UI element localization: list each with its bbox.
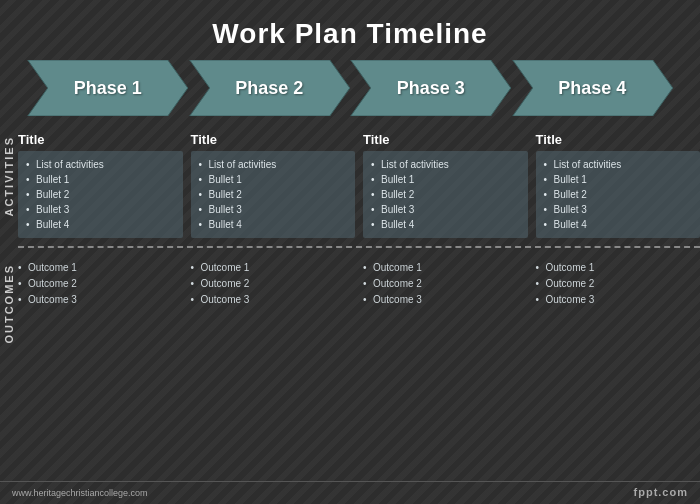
- activity-box-2: List of activities Bullet 1 Bullet 2 Bul…: [191, 151, 356, 238]
- list-item: List of activities: [199, 157, 348, 172]
- activity-box-4: List of activities Bullet 1 Bullet 2 Bul…: [536, 151, 701, 238]
- phases-row: Phase 1 Phase 2 Phase 3 Phase 4: [0, 60, 700, 116]
- activities-col-1: Title List of activities Bullet 1 Bullet…: [18, 132, 183, 238]
- list-item: Outcome 2: [18, 276, 183, 292]
- list-item: Outcome 2: [191, 276, 356, 292]
- activities-section: Activities Title List of activities Bull…: [0, 128, 700, 238]
- phase-2-label: Phase 2: [235, 78, 303, 99]
- outcomes-label: Outcomes: [0, 260, 18, 348]
- list-item: Bullet 2: [199, 187, 348, 202]
- footer: www.heritagechristiancollege.com fppt.co…: [0, 481, 700, 504]
- activity-box-3: List of activities Bullet 1 Bullet 2 Bul…: [363, 151, 528, 238]
- outcome-list-3: Outcome 1 Outcome 2 Outcome 3: [363, 260, 528, 308]
- phase-3-arrow[interactable]: Phase 3: [343, 60, 519, 116]
- list-item: Bullet 4: [199, 217, 348, 232]
- footer-url: www.heritagechristiancollege.com: [12, 488, 148, 498]
- list-item: Outcome 2: [363, 276, 528, 292]
- list-item: Outcome 3: [191, 292, 356, 308]
- outcome-list-1: Outcome 1 Outcome 2 Outcome 3: [18, 260, 183, 308]
- list-item: Bullet 4: [371, 217, 520, 232]
- list-item: Bullet 4: [26, 217, 175, 232]
- list-item: Bullet 1: [199, 172, 348, 187]
- list-item: Bullet 4: [544, 217, 693, 232]
- activities-label: Activities: [0, 132, 18, 221]
- outcome-list-2: Outcome 1 Outcome 2 Outcome 3: [191, 260, 356, 308]
- outcome-col-3: Outcome 1 Outcome 2 Outcome 3: [363, 260, 528, 308]
- footer-brand: fppt.com: [634, 486, 688, 498]
- list-item: Outcome 3: [536, 292, 701, 308]
- list-item: Outcome 3: [18, 292, 183, 308]
- dashed-divider: [18, 246, 700, 248]
- list-item: List of activities: [371, 157, 520, 172]
- title-area: Work Plan Timeline: [0, 0, 700, 60]
- col-1-title: Title: [18, 132, 183, 147]
- activities-col-2: Title List of activities Bullet 1 Bullet…: [191, 132, 356, 238]
- phase-4-label: Phase 4: [558, 78, 626, 99]
- activities-col-4: Title List of activities Bullet 1 Bullet…: [536, 132, 701, 238]
- list-item: Bullet 1: [371, 172, 520, 187]
- activity-list-1: List of activities Bullet 1 Bullet 2 Bul…: [26, 157, 175, 232]
- list-item: List of activities: [26, 157, 175, 172]
- phase-1-label: Phase 1: [74, 78, 142, 99]
- activities-columns: Title List of activities Bullet 1 Bullet…: [18, 132, 700, 238]
- list-item: Outcome 1: [18, 260, 183, 276]
- list-item: Outcome 3: [363, 292, 528, 308]
- phase-2-arrow[interactable]: Phase 2: [182, 60, 358, 116]
- col-2-title: Title: [191, 132, 356, 147]
- list-item: Outcome 2: [536, 276, 701, 292]
- list-item: Outcome 1: [536, 260, 701, 276]
- outcome-columns: Outcome 1 Outcome 2 Outcome 3 Outcome 1 …: [18, 260, 700, 308]
- activities-col-3: Title List of activities Bullet 1 Bullet…: [363, 132, 528, 238]
- col-3-title: Title: [363, 132, 528, 147]
- main-title: Work Plan Timeline: [0, 18, 700, 50]
- phase-3-label: Phase 3: [397, 78, 465, 99]
- list-item: Bullet 1: [544, 172, 693, 187]
- activity-list-2: List of activities Bullet 1 Bullet 2 Bul…: [199, 157, 348, 232]
- list-item: Bullet 2: [26, 187, 175, 202]
- list-item: Outcome 1: [363, 260, 528, 276]
- list-item: Bullet 3: [26, 202, 175, 217]
- activity-list-4: List of activities Bullet 1 Bullet 2 Bul…: [544, 157, 693, 232]
- list-item: List of activities: [544, 157, 693, 172]
- list-item: Bullet 2: [371, 187, 520, 202]
- outcomes-section: Outcomes Outcome 1 Outcome 2 Outcome 3 O…: [0, 260, 700, 348]
- col-4-title: Title: [536, 132, 701, 147]
- activity-box-1: List of activities Bullet 1 Bullet 2 Bul…: [18, 151, 183, 238]
- list-item: Bullet 2: [544, 187, 693, 202]
- list-item: Outcome 1: [191, 260, 356, 276]
- activity-list-3: List of activities Bullet 1 Bullet 2 Bul…: [371, 157, 520, 232]
- list-item: Bullet 3: [371, 202, 520, 217]
- phase-4-arrow[interactable]: Phase 4: [505, 60, 681, 116]
- outcome-col-2: Outcome 1 Outcome 2 Outcome 3: [191, 260, 356, 308]
- list-item: Bullet 3: [544, 202, 693, 217]
- list-item: Bullet 3: [199, 202, 348, 217]
- phase-1-arrow[interactable]: Phase 1: [20, 60, 196, 116]
- outcome-col-1: Outcome 1 Outcome 2 Outcome 3: [18, 260, 183, 308]
- outcome-col-4: Outcome 1 Outcome 2 Outcome 3: [536, 260, 701, 308]
- list-item: Bullet 1: [26, 172, 175, 187]
- outcome-list-4: Outcome 1 Outcome 2 Outcome 3: [536, 260, 701, 308]
